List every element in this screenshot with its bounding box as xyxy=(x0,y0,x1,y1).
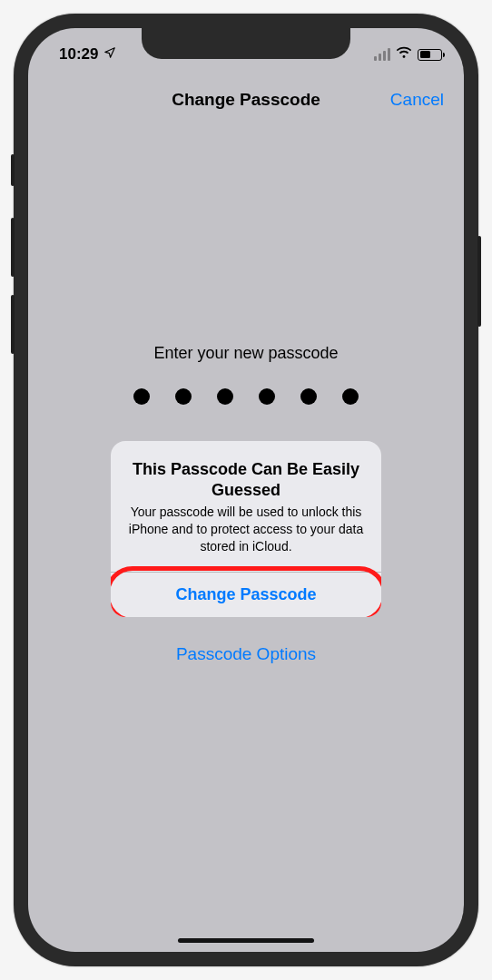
passcode-dot xyxy=(217,388,233,405)
wifi-icon xyxy=(396,46,412,63)
change-passcode-button[interactable]: Change Passcode xyxy=(111,572,381,617)
passcode-dot xyxy=(133,388,150,405)
phone-frame: 10:29 xyxy=(14,14,478,966)
passcode-dot xyxy=(300,388,317,405)
battery-icon xyxy=(418,49,442,61)
alert-dialog: This Passcode Can Be Easily Guessed Your… xyxy=(111,441,381,617)
passcode-dot xyxy=(175,388,192,405)
phone-power-button xyxy=(477,236,481,327)
status-time: 10:29 xyxy=(59,45,98,64)
alert-title: This Passcode Can Be Easily Guessed xyxy=(127,459,365,500)
home-indicator[interactable] xyxy=(178,938,314,943)
phone-volume-down xyxy=(11,295,15,354)
passcode-dots xyxy=(28,388,464,405)
phone-mute-switch xyxy=(11,154,15,186)
notch xyxy=(142,28,350,59)
screen: 10:29 xyxy=(28,28,464,952)
passcode-dot xyxy=(342,388,359,405)
passcode-dot xyxy=(259,388,275,405)
phone-volume-up xyxy=(11,218,15,277)
cancel-button[interactable]: Cancel xyxy=(390,90,444,110)
location-arrow-icon xyxy=(103,45,116,64)
nav-bar: Change Passcode Cancel xyxy=(28,74,464,126)
passcode-prompt: Enter your new passcode xyxy=(28,344,464,363)
alert-message: Your passcode will be used to unlock thi… xyxy=(127,504,365,555)
page-title: Change Passcode xyxy=(172,90,320,110)
content: Enter your new passcode This Passcode Ca… xyxy=(28,126,464,952)
signal-bars-icon xyxy=(374,48,390,61)
passcode-options-link[interactable]: Passcode Options xyxy=(28,644,464,664)
